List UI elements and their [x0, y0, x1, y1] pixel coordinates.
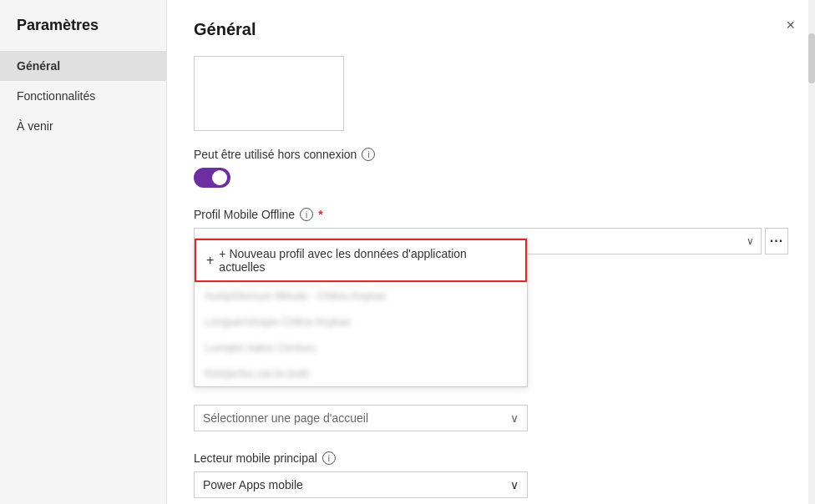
scrollbar-thumb[interactable]	[808, 33, 815, 83]
lecteur-info-icon[interactable]: i	[322, 451, 336, 465]
new-profil-item[interactable]: + + Nouveau profil avec les données d'ap…	[195, 239, 527, 282]
home-page-dropdown[interactable]: Sélectionner une page d'accueil ∨	[194, 405, 528, 431]
profil-mobile-label: Profil Mobile Offline i *	[194, 208, 788, 221]
sidebar-title: Paramètres	[0, 17, 166, 51]
lecteur-chevron-icon: ∨	[510, 478, 519, 491]
sidebar: Paramètres Général Fonctionnalités À ven…	[0, 0, 167, 504]
close-button[interactable]: ×	[779, 13, 802, 38]
profil-chevron-icon: ∨	[747, 235, 754, 247]
profil-mobile-section: Profil Mobile Offline i * ∨ ··· + + Nouv…	[194, 208, 788, 255]
new-profil-plus-icon: +	[206, 253, 214, 268]
home-page-placeholder: Sélectionner une page d'accueil	[203, 411, 368, 425]
profil-dropdown-popup: + + Nouveau profil avec les données d'ap…	[194, 238, 528, 387]
new-profil-label: + Nouveau profil avec les données d'appl…	[219, 247, 515, 274]
offline-label-text: Peut être utilisé hors connexion	[194, 148, 357, 161]
popup-item-4[interactable]: Kint/jer/tur.cat kn.butit	[195, 360, 527, 386]
popup-item-1[interactable]: Acely/Domum Minute - Chline Anykas	[195, 283, 527, 309]
lecteur-label-text: Lecteur mobile principal	[194, 451, 317, 465]
home-page-section: Sélectionner une page d'accueil ∨	[194, 405, 788, 431]
profil-more-button[interactable]: ···	[765, 228, 788, 255]
popup-item-3[interactable]: Lumqter kabur Centuru	[195, 335, 527, 360]
main-scroll: × Général Peut être utilisé hors connexi…	[167, 0, 815, 504]
sidebar-item-general[interactable]: Général	[0, 51, 166, 81]
lecteur-dropdown[interactable]: Power Apps mobile ∨	[194, 471, 528, 498]
lecteur-label: Lecteur mobile principal i	[194, 451, 788, 465]
profil-mobile-info-icon[interactable]: i	[300, 208, 313, 221]
toggle-thumb	[212, 170, 227, 185]
lecteur-section: Lecteur mobile principal i Power Apps mo…	[194, 451, 788, 498]
sidebar-item-fonctionnalites[interactable]: Fonctionnalités	[0, 81, 166, 111]
page-title: Général	[194, 20, 788, 39]
sidebar-item-avenir[interactable]: À venir	[0, 111, 166, 141]
main-content: × Général Peut être utilisé hors connexi…	[167, 0, 815, 504]
offline-toggle-row: Peut être utilisé hors connexion i	[194, 148, 788, 191]
profil-mobile-label-text: Profil Mobile Offline	[194, 208, 295, 221]
offline-info-icon[interactable]: i	[362, 148, 375, 161]
profil-required-star: *	[318, 208, 322, 221]
lecteur-value: Power Apps mobile	[203, 478, 303, 491]
main-wrapper: × Général Peut être utilisé hors connexi…	[167, 0, 815, 504]
scrollbar-track[interactable]	[808, 0, 815, 504]
offline-toggle[interactable]	[194, 168, 230, 188]
home-page-chevron-icon: ∨	[510, 411, 519, 425]
logo-placeholder	[194, 56, 344, 131]
popup-item-2[interactable]: Longuer/shopix Chline Anykas	[195, 309, 527, 335]
offline-label: Peut être utilisé hors connexion i	[194, 148, 788, 161]
